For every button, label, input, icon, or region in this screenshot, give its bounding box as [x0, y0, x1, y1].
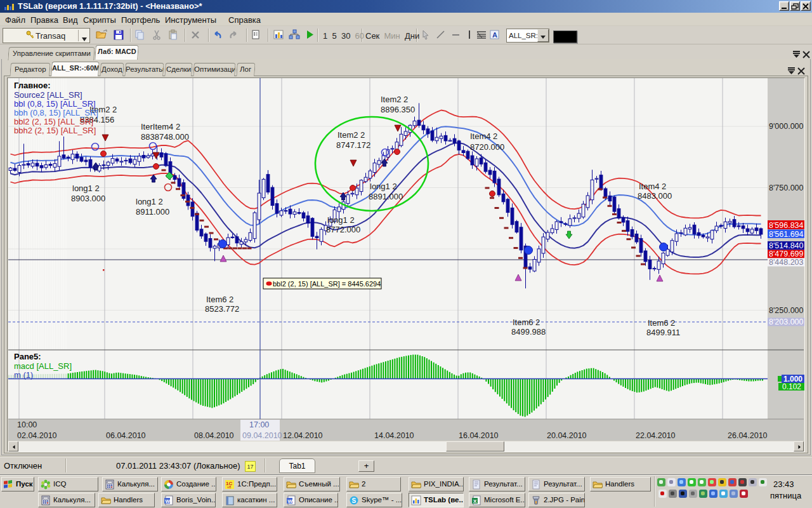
svg-text:S: S: [352, 497, 357, 504]
svg-text:W: W: [288, 498, 293, 504]
svg-text:A: A: [492, 31, 497, 39]
svg-text:v8: v8: [227, 485, 232, 489]
svg-text:X: X: [473, 498, 477, 504]
svg-text:W: W: [166, 498, 171, 504]
